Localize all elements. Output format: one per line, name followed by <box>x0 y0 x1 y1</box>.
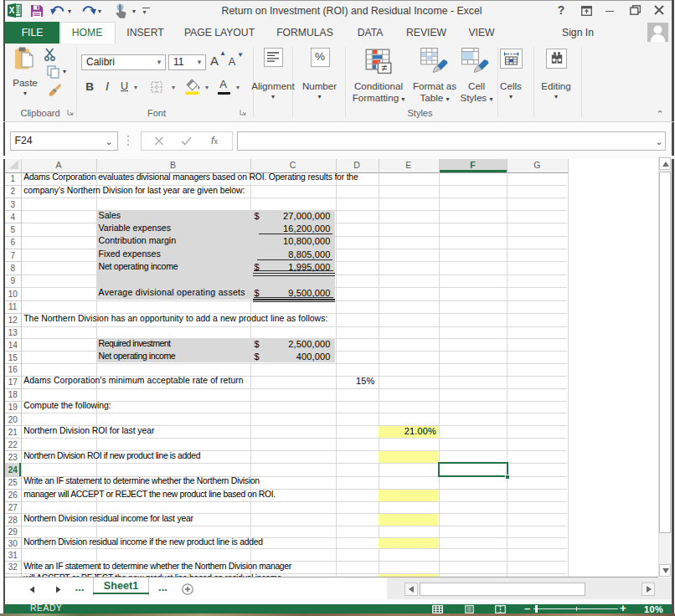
svg-text:≠: ≠ <box>382 62 388 74</box>
svg-text:X: X <box>8 6 14 15</box>
